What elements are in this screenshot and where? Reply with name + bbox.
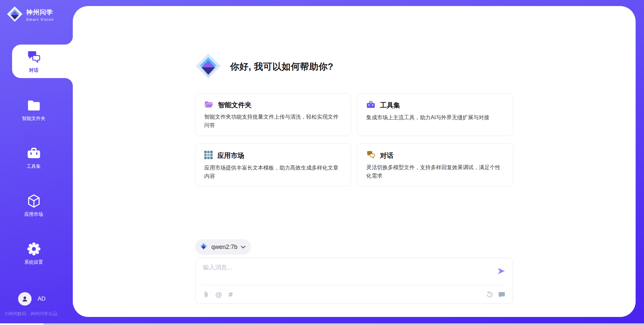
- greeting-title: 你好, 我可以如何帮助你?: [230, 61, 333, 73]
- grid-icon: [204, 151, 213, 160]
- card-description: 应用市场提供丰富长文本模板，助力高效生成多样化文章内容: [204, 164, 342, 181]
- mention-icon[interactable]: @: [215, 291, 222, 298]
- model-selector-row: qwen2:7b: [195, 239, 513, 255]
- horizontal-scrollbar-track: [0, 323, 644, 325]
- card-title: 应用市场: [217, 151, 244, 160]
- brand-subtitle: Smart Vision: [26, 17, 54, 21]
- main-panel: 你好, 我可以如何帮助你? 智能文件夹 智能文件夹功能支持批量文件: [73, 6, 636, 317]
- cube-icon: [26, 194, 41, 208]
- model-name: qwen2:7b: [211, 244, 237, 251]
- user-row: AD: [18, 292, 46, 306]
- sidebar-item-app-market[interactable]: 应用市场: [0, 189, 73, 222]
- person-icon: [21, 295, 29, 303]
- brand-logo-diamond-icon: [7, 6, 23, 23]
- card-description: 集成市场上主流工具，助力AI与外界无缝扩展与对接: [366, 114, 504, 122]
- send-icon[interactable]: [497, 267, 505, 275]
- sidebar-item-label: 工具集: [27, 164, 41, 170]
- main-content: 你好, 我可以如何帮助你? 智能文件夹 智能文件夹功能支持批量文件: [73, 6, 636, 317]
- user-name: AD: [38, 296, 46, 302]
- gear-icon: [26, 242, 41, 256]
- sidebar-item-label: 系统设置: [24, 259, 43, 265]
- message-icon[interactable]: [498, 291, 505, 298]
- feature-cards: 智能文件夹 智能文件夹功能支持批量文件上传与清洗，轻松实现文件问答: [195, 93, 513, 186]
- sidebar-item-label: 应用市场: [24, 211, 43, 217]
- avatar[interactable]: [18, 292, 32, 306]
- sidebar-item-settings[interactable]: 系统设置: [0, 237, 73, 270]
- logo-diamond-icon: [199, 242, 208, 252]
- sidebar-item-label: 对话: [29, 67, 39, 73]
- greeting-logo-diamond-icon: [195, 53, 221, 80]
- greeting-row: 你好, 我可以如何帮助你?: [195, 53, 513, 80]
- sidebar-item-smart-folder[interactable]: 智能文件夹: [0, 93, 73, 126]
- card-title: 智能文件夹: [218, 101, 252, 110]
- card-title: 工具集: [380, 101, 400, 110]
- history-icon[interactable]: [486, 291, 493, 298]
- sidebar-item-chat[interactable]: 对话: [0, 45, 73, 78]
- folder-open-icon: [204, 101, 213, 110]
- chat-bubbles-icon: [26, 50, 41, 64]
- card-description: 灵活切换多模型文件，支持多样回复效果调试，满足个性化需求: [366, 164, 504, 180]
- toolbox-icon: [26, 146, 41, 160]
- message-input[interactable]: [203, 263, 478, 282]
- horizontal-scrollbar-thumb[interactable]: [44, 323, 644, 325]
- card-app-market[interactable]: 应用市场 应用市场提供丰富长文本模板，助力高效生成多样化文章内容: [195, 143, 351, 186]
- composer-toolbar: @ #: [203, 285, 505, 304]
- chevron-down-icon: [241, 244, 246, 250]
- message-composer: @ #: [195, 258, 513, 304]
- toolbox-icon: [366, 101, 375, 110]
- brand-name: 神州问学: [26, 8, 54, 17]
- sidebar-item-label: 智能文件夹: [22, 116, 46, 122]
- model-selector[interactable]: qwen2:7b: [195, 239, 251, 255]
- card-toolset[interactable]: 工具集 集成市场上主流工具，助力AI与外界无缝扩展与对接: [357, 93, 513, 136]
- sidebar-footer-copyright: ©神州数码 · 神州问学出品: [5, 311, 57, 317]
- folder-icon: [26, 98, 41, 113]
- active-tab-background: [12, 45, 73, 78]
- brand: 神州问学 Smart Vision: [7, 6, 54, 23]
- hashtag-icon[interactable]: #: [228, 291, 233, 298]
- card-chat[interactable]: 对话 灵活切换多模型文件，支持多样回复效果调试，满足个性化需求: [357, 143, 513, 186]
- brand-text: 神州问学 Smart Vision: [26, 8, 54, 21]
- card-description: 智能文件夹功能支持批量文件上传与清洗，轻松实现文件问答: [204, 113, 342, 130]
- sidebar-item-toolset[interactable]: 工具集: [0, 141, 73, 174]
- chat-bubbles-icon: [366, 151, 375, 160]
- attachment-icon[interactable]: [203, 291, 210, 298]
- card-smart-folder[interactable]: 智能文件夹 智能文件夹功能支持批量文件上传与清洗，轻松实现文件问答: [195, 93, 351, 136]
- card-title: 对话: [380, 151, 393, 160]
